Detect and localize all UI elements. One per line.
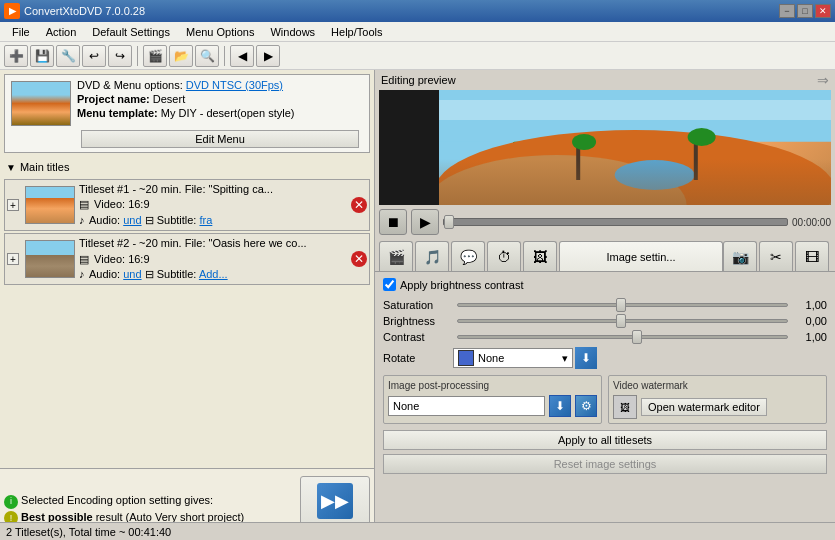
expand-row-2: + bbox=[7, 253, 19, 265]
tab-image-settings-label: Image settin... bbox=[606, 251, 675, 263]
stop-button[interactable]: ⏹ bbox=[379, 209, 407, 235]
tab-camera[interactable]: 📷 bbox=[723, 241, 757, 271]
video-icon-1 bbox=[79, 198, 91, 210]
toolbar-btn-1[interactable]: 🎬 bbox=[143, 45, 167, 67]
titleset-2-title: Titleset #2 - ~20 min. File: "Oasis here… bbox=[79, 236, 347, 251]
video-watermark-box: Video watermark 🖼 Open watermark editor bbox=[608, 375, 827, 424]
rotate-dropdown-button[interactable]: ⬇ bbox=[575, 347, 597, 369]
svg-point-3 bbox=[439, 155, 687, 205]
tab-image-settings[interactable]: Image settin... bbox=[559, 241, 723, 271]
post-processing-select[interactable]: None bbox=[388, 396, 545, 416]
dvd-format-link[interactable]: DVD NTSC (30Fps) bbox=[186, 79, 283, 91]
titleset-2-video-value: 16:9 bbox=[128, 253, 149, 265]
minimize-button[interactable]: − bbox=[779, 4, 795, 18]
watermark-content: 🖼 Open watermark editor bbox=[613, 395, 822, 419]
saturation-label: Saturation bbox=[383, 299, 453, 311]
settings-button[interactable]: 🔧 bbox=[56, 45, 80, 67]
image-post-processing-box: Image post-processing None ⬇ ⚙ bbox=[383, 375, 602, 424]
titleset-2-info: Titleset #2 - ~20 min. File: "Oasis here… bbox=[79, 236, 347, 282]
tab-video[interactable]: 🎬 bbox=[379, 241, 413, 271]
open-watermark-button[interactable]: Open watermark editor bbox=[641, 398, 767, 416]
undo-button[interactable]: ↩ bbox=[82, 45, 106, 67]
titleset-1-sub-link[interactable]: fra bbox=[199, 214, 212, 226]
expand-icon[interactable]: ▼ bbox=[6, 162, 16, 173]
menu-default-settings[interactable]: Default Settings bbox=[84, 24, 178, 40]
titleset-1-video-row: Video: 16:9 bbox=[79, 197, 347, 212]
expand-titleset-1[interactable]: + bbox=[7, 199, 19, 211]
titleset-2-sub-link[interactable]: Add... bbox=[199, 268, 228, 280]
dvd-format-row: DVD & Menu options: DVD NTSC (30Fps) bbox=[77, 79, 363, 91]
navigate-right-icon[interactable]: ⇒ bbox=[817, 72, 829, 88]
toolbar-btn-4[interactable]: ◀ bbox=[230, 45, 254, 67]
expand-row-1: + bbox=[7, 199, 19, 211]
saturation-thumb[interactable] bbox=[616, 298, 626, 312]
tab-film[interactable]: 🎞 bbox=[795, 241, 829, 271]
status-text-2b: result (Auto Very short project) bbox=[96, 511, 245, 523]
left-panel: DVD & Menu options: DVD NTSC (30Fps) Pro… bbox=[0, 70, 375, 540]
tab-chapters[interactable]: ⏱ bbox=[487, 241, 521, 271]
contrast-thumb[interactable] bbox=[632, 330, 642, 344]
menu-file[interactable]: File bbox=[4, 24, 38, 40]
titleset-1-audio-link[interactable]: und bbox=[123, 214, 141, 226]
tab-cut[interactable]: ✂ bbox=[759, 241, 793, 271]
menu-action[interactable]: Action bbox=[38, 24, 85, 40]
menubar: File Action Default Settings Menu Option… bbox=[0, 22, 835, 42]
tab-bar: 🎬 🎵 💬 ⏱ 🖼 Image settin... 📷 ✂ 🎞 bbox=[375, 239, 835, 272]
save-button[interactable]: 💾 bbox=[30, 45, 54, 67]
menu-help-tools[interactable]: Help/Tools bbox=[323, 24, 390, 40]
svg-point-6 bbox=[572, 134, 596, 150]
toolbar-btn-3[interactable]: 🔍 bbox=[195, 45, 219, 67]
titles-header-label: Main titles bbox=[20, 161, 70, 173]
audio-icon-2 bbox=[79, 268, 87, 280]
reset-settings-button[interactable]: Reset image settings bbox=[383, 454, 827, 474]
convert-icon: ▶▶ bbox=[317, 483, 353, 519]
remove-titleset-1-button[interactable]: ✕ bbox=[351, 197, 367, 213]
brightness-row: Brightness 0,00 bbox=[383, 315, 827, 327]
close-button[interactable]: ✕ bbox=[815, 4, 831, 18]
brightness-track[interactable] bbox=[457, 319, 788, 323]
status-text-1: Selected Encoding option setting gives: bbox=[21, 494, 213, 506]
add-button[interactable]: ➕ bbox=[4, 45, 28, 67]
preview-title: Editing preview bbox=[381, 74, 456, 86]
titleset-2-audio-link[interactable]: und bbox=[123, 268, 141, 280]
tab-subtitle[interactable]: 💬 bbox=[451, 241, 485, 271]
right-panel: Editing preview ⇒ bbox=[375, 70, 835, 540]
expand-titleset-2[interactable]: + bbox=[7, 253, 19, 265]
titlebar: ▶ ConvertXtoDVD 7.0.0.28 − □ ✕ bbox=[0, 0, 835, 22]
timeline-thumb[interactable] bbox=[444, 215, 454, 229]
tab-image-icon[interactable]: 🖼 bbox=[523, 241, 557, 271]
svg-rect-7 bbox=[694, 140, 698, 180]
main-container: DVD & Menu options: DVD NTSC (30Fps) Pro… bbox=[0, 70, 835, 540]
post-processing-dropdown-button[interactable]: ⬇ bbox=[549, 395, 571, 417]
titles-header: ▼ Main titles bbox=[0, 157, 374, 177]
play-button[interactable]: ▶ bbox=[411, 209, 439, 235]
apply-brightness-row: Apply brightness contrast bbox=[383, 278, 827, 291]
preview-timeline[interactable] bbox=[443, 218, 788, 226]
edit-menu-button[interactable]: Edit Menu bbox=[81, 130, 359, 148]
titleset-1-header: + Titleset #1 - ~20 min. File: "Spitting… bbox=[5, 180, 369, 230]
svg-point-4 bbox=[615, 160, 695, 190]
remove-titleset-2-button[interactable]: ✕ bbox=[351, 251, 367, 267]
toolbar-btn-2[interactable]: 📂 bbox=[169, 45, 193, 67]
brightness-thumb[interactable] bbox=[616, 314, 626, 328]
redo-button[interactable]: ↪ bbox=[108, 45, 132, 67]
maximize-button[interactable]: □ bbox=[797, 4, 813, 18]
titleset-1-title: Titleset #1 - ~20 min. File: "Spitting c… bbox=[79, 182, 347, 197]
post-processing-title: Image post-processing bbox=[388, 380, 597, 391]
saturation-track[interactable] bbox=[457, 303, 788, 307]
contrast-track[interactable] bbox=[457, 335, 788, 339]
menu-menu-options[interactable]: Menu Options bbox=[178, 24, 262, 40]
watermark-title: Video watermark bbox=[613, 380, 822, 391]
titleset-1-audio-row: Audio: und ⊟ Subtitle: fra bbox=[79, 213, 347, 228]
rotate-select[interactable]: None ▾ bbox=[453, 348, 573, 368]
apply-brightness-checkbox[interactable] bbox=[383, 278, 396, 291]
post-processing-value: None bbox=[393, 400, 419, 412]
watermark-icon: 🖼 bbox=[613, 395, 637, 419]
titleset-1-thumbnail bbox=[25, 186, 75, 224]
apply-all-button[interactable]: Apply to all titlesets bbox=[383, 430, 827, 450]
preview-header: Editing preview ⇒ bbox=[375, 70, 835, 90]
menu-windows[interactable]: Windows bbox=[262, 24, 323, 40]
tab-audio[interactable]: 🎵 bbox=[415, 241, 449, 271]
post-processing-settings-button[interactable]: ⚙ bbox=[575, 395, 597, 417]
toolbar-btn-5[interactable]: ▶ bbox=[256, 45, 280, 67]
